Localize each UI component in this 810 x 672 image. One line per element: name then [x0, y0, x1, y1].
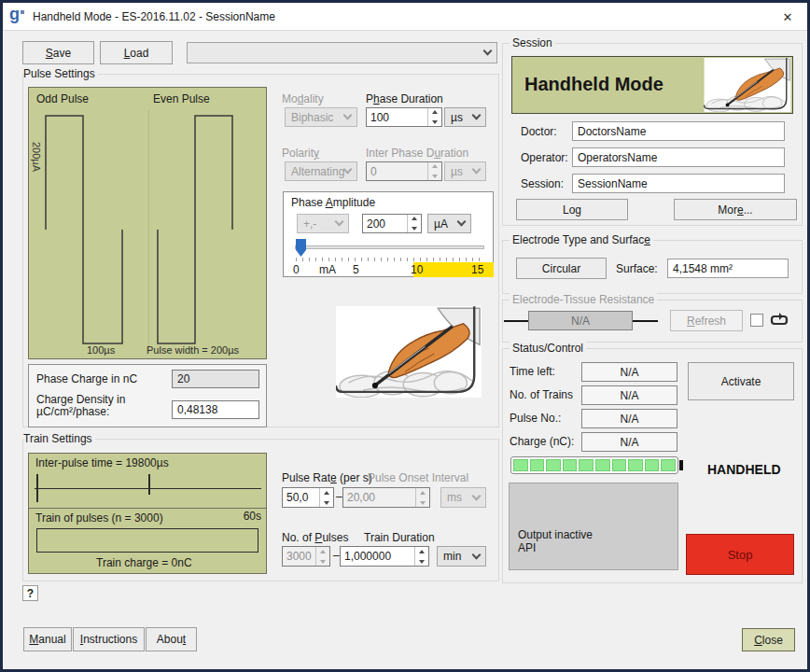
train-charge-label: Train charge = 0nC [96, 556, 192, 569]
stop-button[interactable]: Stop [686, 534, 794, 575]
save-button[interactable]: Save [22, 41, 94, 64]
pulse-onset-input[interactable] [343, 488, 415, 507]
charge-density-label: Charge Density in µC/cm²/phase: [36, 394, 162, 418]
no-of-trains-value: N/A [581, 385, 677, 405]
phase-duration-spinner[interactable] [366, 107, 442, 127]
phase-amplitude-label: Phase Amplitude [291, 196, 375, 209]
inter-phase-unit-combobox[interactable]: µs [444, 161, 486, 181]
spin-up-icon[interactable] [415, 547, 428, 556]
scale-5: 5 [353, 263, 359, 276]
spin-down-icon[interactable] [408, 224, 421, 233]
window-title: Handheld Mode - ES-2016.11.02 - SessionN… [33, 10, 275, 23]
spin-down-icon[interactable] [316, 556, 329, 566]
load-button[interactable]: Load [100, 41, 173, 64]
manual-button[interactable]: Manual [23, 627, 72, 651]
more-button[interactable]: More ... [674, 199, 797, 220]
modality-label: Modality [282, 92, 324, 105]
train-duration-input[interactable] [341, 547, 414, 566]
operator-label: Operator: [521, 151, 568, 164]
chevron-down-icon [343, 165, 353, 175]
inter-phase-duration-input[interactable] [367, 162, 427, 180]
chevron-down-icon [472, 550, 482, 559]
surface-label: Surface: [616, 262, 658, 275]
charge-density-value: 0,48138 [172, 400, 259, 419]
doctor-field[interactable]: DoctorsName [572, 121, 785, 141]
instructions-button[interactable]: Instructions [73, 627, 145, 651]
mode-banner: Handheld Mode [511, 56, 793, 114]
spin-up-icon[interactable] [428, 162, 441, 172]
phase-duration-input[interactable] [367, 108, 427, 126]
pulse-onset-spinner[interactable] [342, 487, 430, 508]
amplitude-mode-combobox[interactable]: +,- [297, 214, 349, 233]
scale-0: 0 [293, 263, 300, 276]
session-field[interactable]: SessionName [572, 174, 785, 193]
no-of-pulses-input[interactable] [283, 547, 315, 566]
spin-down-icon[interactable] [415, 556, 428, 566]
spin-up-icon[interactable] [428, 108, 441, 118]
time-left-value: N/A [581, 362, 677, 382]
status-control-label: Status/Control [510, 342, 586, 355]
pulse-onset-unit-combobox[interactable]: ms [440, 487, 486, 508]
about-button[interactable]: About [146, 627, 197, 651]
resistance-value: N/A [528, 311, 633, 330]
amplitude-spinner[interactable] [362, 214, 422, 233]
phase-duration-unit-combobox[interactable]: µs [444, 107, 486, 127]
refresh-button[interactable]: Refresh [670, 310, 743, 331]
train-duration-spinner[interactable] [340, 546, 429, 567]
app-icon: g [9, 7, 28, 27]
battery-indicator [510, 456, 678, 474]
train-length-label: 60s [244, 510, 261, 523]
pulse-tick-mid [148, 474, 150, 495]
spin-up-icon[interactable] [408, 215, 421, 224]
mode-indicator-label: HANDHELD [707, 462, 781, 477]
electrode-type-button[interactable]: Circular [516, 258, 607, 279]
auto-refresh-checkbox[interactable] [750, 314, 763, 327]
amplitude-slider-track[interactable] [295, 245, 484, 249]
close-icon: ✕ [783, 10, 793, 24]
train-duration-label: Train Duration [364, 531, 435, 544]
chevron-down-icon [483, 47, 493, 56]
operator-field[interactable]: OperatorsName [572, 147, 785, 167]
doctor-label: Doctor: [521, 125, 557, 138]
amplitude-slider-thumb[interactable] [296, 239, 306, 257]
spin-down-icon[interactable] [320, 497, 333, 507]
spin-up-icon[interactable] [320, 488, 333, 497]
no-of-pulses-spinner[interactable] [282, 546, 330, 567]
amplitude-input[interactable] [363, 215, 407, 232]
no-of-trains-label: No. of Trains [510, 388, 573, 401]
inter-pulse-time-label: Inter-pulse time = 19800µs [35, 456, 169, 469]
amplitude-slider-ticks [296, 258, 484, 261]
train-duration-unit-combobox[interactable]: min [437, 546, 486, 567]
chevron-down-icon [343, 111, 353, 120]
activate-button[interactable]: Activate [688, 362, 794, 400]
spin-down-icon[interactable] [428, 172, 441, 181]
charge-label: Charge (nC): [510, 435, 574, 448]
train-diagram-panel: Inter-pulse time = 19800µs Train of puls… [28, 453, 267, 574]
spin-up-icon[interactable] [416, 488, 429, 497]
spin-up-icon[interactable] [316, 547, 329, 556]
resistor-wire-left [504, 320, 528, 322]
spin-down-icon[interactable] [416, 497, 429, 507]
pulse-rate-input[interactable] [283, 488, 319, 507]
pulse-no-label: Pulse No.: [510, 412, 561, 425]
inter-phase-duration-spinner[interactable] [366, 161, 442, 181]
chevron-down-icon [335, 217, 344, 227]
resistance-group-label: Electrode-Tissue Resistance [510, 293, 657, 306]
scale-10: 10 [411, 263, 423, 276]
log-button[interactable]: Log [516, 199, 628, 220]
pulse-rate-spinner[interactable] [282, 487, 334, 508]
range-dash: – [336, 490, 342, 503]
train-panel-divider [29, 508, 266, 509]
preset-combobox[interactable] [187, 42, 497, 63]
close-window-button[interactable]: ✕ [768, 3, 807, 31]
spin-down-icon[interactable] [428, 118, 441, 127]
waveform-panel: Odd Pulse Even Pulse 200µA 100µs Pulse w… [28, 87, 267, 359]
modality-combobox[interactable]: Biphasic [285, 107, 357, 127]
polarity-combobox[interactable]: Alternating [285, 161, 357, 181]
amplitude-unit-combobox[interactable]: µA [427, 214, 471, 233]
train-settings-label: Train Settings [23, 432, 95, 445]
help-icon[interactable]: ? [22, 585, 38, 601]
close-button[interactable]: Close [742, 628, 795, 651]
no-of-pulses-label: No. of Pulses [282, 531, 348, 544]
hand-stylus-image [336, 306, 482, 398]
